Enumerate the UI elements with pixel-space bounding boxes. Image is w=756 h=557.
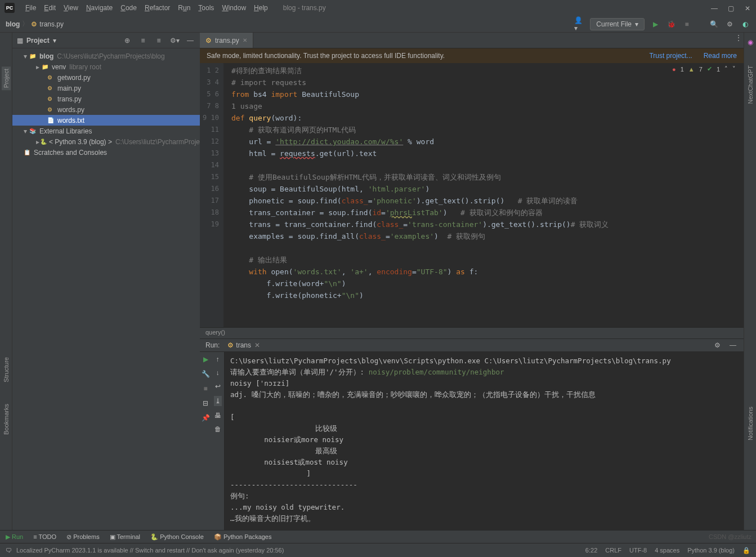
caret-position[interactable]: 6:22: [585, 547, 597, 554]
run-config-selector[interactable]: Current File ▾: [590, 18, 645, 30]
project-panel-header: ▦ Project ▾ ⊕ ≡ ≡ ⚙▾ —: [12, 33, 200, 48]
line-separator[interactable]: CRLF: [605, 547, 621, 554]
menu-code[interactable]: Code: [117, 4, 141, 12]
tree-venv[interactable]: ▸📁venvlibrary root: [12, 61, 200, 72]
hide-panel-icon[interactable]: —: [185, 35, 195, 46]
status-message[interactable]: Localized PyCharm 2023.1.1 is available …: [16, 547, 284, 554]
file-encoding[interactable]: UTF-8: [629, 547, 647, 554]
up-icon[interactable]: ↑: [216, 355, 220, 363]
tree-file[interactable]: ⚙getword.py: [12, 72, 200, 83]
breadcrumb-root[interactable]: blog: [6, 20, 20, 28]
settings-icon[interactable]: ⚙: [724, 19, 735, 29]
sidebar-tab-structure[interactable]: Structure: [2, 355, 11, 385]
problems-tool-button[interactable]: ⊘ Problems: [66, 533, 100, 541]
layout-icon[interactable]: ⊟: [203, 399, 208, 407]
trash-icon[interactable]: 🗑: [214, 425, 221, 433]
tree-python-env[interactable]: ▸🐍< Python 3.9 (blog) >C:\Users\liutz\Py…: [12, 136, 200, 147]
run-settings-icon[interactable]: ⚙: [712, 340, 722, 350]
indent-setting[interactable]: 4 spaces: [655, 547, 679, 554]
menu-refactor[interactable]: Refactor: [141, 4, 174, 12]
tree-external-libs[interactable]: ▾📚External Libraries: [12, 126, 200, 136]
python-packages-tool-button[interactable]: 📦 Python Packages: [214, 533, 272, 541]
menu-navigate[interactable]: Navigate: [82, 4, 117, 12]
breadcrumb: blog 〉 ⚙ trans.py: [6, 19, 64, 29]
tree-file[interactable]: ⚙words.py: [12, 104, 200, 115]
run-tool-button[interactable]: ▶ Run: [6, 533, 23, 541]
sidebar-tab-nextchat[interactable]: NextChatGPT: [746, 63, 755, 106]
breadcrumb-file[interactable]: trans.py: [39, 20, 64, 28]
run-actions-left: ▶ 🔧 ■ ⊟ 📌: [200, 352, 211, 530]
tab-options-icon[interactable]: ⋮: [733, 33, 744, 43]
terminal-tool-button[interactable]: ▣ Terminal: [110, 533, 140, 541]
search-icon[interactable]: 🔍: [709, 19, 719, 29]
menu-edit[interactable]: Edit: [40, 4, 60, 12]
down-icon[interactable]: ↓: [216, 369, 220, 377]
menu-view[interactable]: View: [60, 4, 82, 12]
chevron-down-icon[interactable]: ˅: [732, 65, 736, 73]
locate-icon[interactable]: ⊕: [122, 35, 132, 46]
tree-root[interactable]: ▾📁blogC:\Users\liutz\PycharmProjects\blo…: [12, 51, 200, 61]
expand-all-icon[interactable]: ≡: [138, 35, 148, 46]
rerun-button[interactable]: ▶: [203, 355, 208, 363]
python-console-tool-button[interactable]: 🐍 Python Console: [150, 533, 204, 541]
minimize-button[interactable]: —: [711, 5, 718, 11]
close-window-button[interactable]: ✕: [745, 5, 751, 11]
stop-button[interactable]: ■: [682, 19, 692, 29]
nextchat-icon[interactable]: ◉: [748, 38, 753, 46]
banner-text: Safe mode, limited functionality. Trust …: [207, 52, 445, 60]
code-with-me-icon[interactable]: ◐: [740, 19, 750, 29]
read-more-link[interactable]: Read more: [704, 52, 737, 60]
project-panel-title: Project: [26, 37, 50, 44]
menu-run[interactable]: Run: [174, 4, 194, 12]
run-config-label: Current File: [596, 20, 632, 28]
run-panel-header: Run: ⚙ trans ✕ ⚙ —: [200, 338, 744, 352]
bottom-tool-strip: ▶ Run ≡ TODO ⊘ Problems ▣ Terminal 🐍 Pyt…: [0, 530, 756, 543]
tree-file[interactable]: ⚙main.py: [12, 83, 200, 93]
editor-tab[interactable]: ⚙ trans.py ✕: [200, 33, 253, 48]
trust-project-link[interactable]: Trust project...: [649, 52, 692, 60]
user-icon[interactable]: 👤▾: [574, 19, 584, 29]
chevron-down-icon[interactable]: ▾: [53, 37, 56, 44]
maximize-button[interactable]: ▢: [728, 5, 735, 11]
tree-file[interactable]: ⚙trans.py: [12, 93, 200, 104]
pin-icon[interactable]: 📌: [202, 414, 210, 422]
lock-icon[interactable]: 🔒: [742, 547, 750, 554]
inspections-widget[interactable]: ●1 ▲7 ✔1 ˄˅: [672, 65, 736, 73]
project-panel: ▦ Project ▾ ⊕ ≡ ≡ ⚙▾ — ▾📁blogC:\Users\li…: [12, 33, 200, 530]
code-area[interactable]: ●1 ▲7 ✔1 ˄˅ 1 2 3 4 5 6 7 8 9 10 11 12 1…: [200, 63, 744, 327]
print-icon[interactable]: 🖶: [214, 412, 221, 420]
menu-tools[interactable]: Tools: [194, 4, 218, 12]
editor-breadcrumb[interactable]: query(): [200, 327, 744, 338]
menu-window[interactable]: Window: [218, 4, 250, 12]
wrench-icon[interactable]: 🔧: [202, 370, 210, 378]
app-logo: PC: [5, 3, 15, 13]
line-numbers: 1 2 3 4 5 6 7 8 9 10 11 12 13 14 15 16 1…: [200, 63, 223, 327]
scroll-to-end-icon[interactable]: ⤓: [214, 396, 222, 406]
panel-settings-icon[interactable]: ⚙▾: [169, 35, 180, 46]
run-button[interactable]: ▶: [650, 19, 660, 29]
close-run-tab-icon[interactable]: ✕: [254, 341, 260, 349]
tree-scratches[interactable]: 📋Scratches and Consoles: [12, 147, 200, 158]
chevron-up-icon[interactable]: ˄: [724, 65, 728, 73]
interpreter[interactable]: Python 3.9 (blog): [687, 547, 735, 554]
run-tab-label[interactable]: trans: [236, 341, 251, 349]
close-tab-icon[interactable]: ✕: [243, 37, 247, 43]
hide-run-icon[interactable]: —: [728, 340, 738, 350]
code-content[interactable]: #得到的查询结果简洁 # import requests from bs4 im…: [223, 63, 744, 327]
sidebar-tab-bookmarks[interactable]: Bookmarks: [2, 402, 11, 437]
menu-help[interactable]: Help: [250, 4, 272, 12]
todo-tool-button[interactable]: ≡ TODO: [33, 533, 56, 540]
tree-file-selected[interactable]: 📄words.txt: [12, 115, 200, 126]
sidebar-tab-project[interactable]: Project: [2, 66, 11, 90]
collapse-all-icon[interactable]: ≡: [154, 35, 164, 46]
soft-wrap-icon[interactable]: ↩: [215, 382, 221, 390]
titlebar: PC File Edit View Navigate Code Refactor…: [0, 0, 756, 16]
run-output[interactable]: C:\Users\liutz\PycharmProjects\blog\venv…: [225, 352, 744, 530]
project-icon: ▦: [17, 37, 23, 44]
stop-icon[interactable]: ■: [203, 385, 207, 393]
notification-icon[interactable]: 🗨: [6, 547, 12, 554]
sidebar-tab-notifications[interactable]: Notifications: [746, 404, 755, 443]
menu-file[interactable]: File: [21, 4, 40, 12]
debug-button[interactable]: 🐞: [666, 19, 676, 29]
window-title: blog - trans.py: [272, 4, 711, 12]
